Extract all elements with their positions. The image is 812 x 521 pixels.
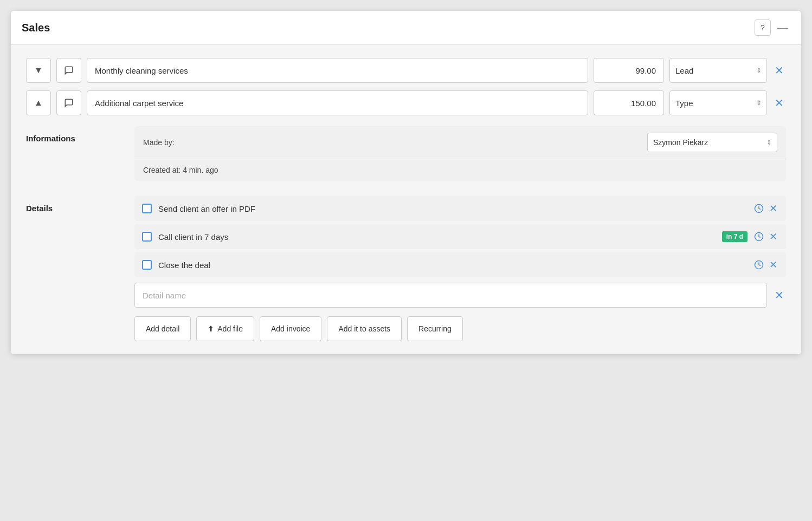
item-type-select-1[interactable]: Lead Type Offer Invoice — [669, 58, 767, 83]
detail-clock-button-3[interactable] — [753, 259, 765, 271]
delete-item-button-2[interactable]: ✕ — [772, 94, 786, 112]
made-by-label: Made by: — [143, 138, 647, 147]
comment-icon-1 — [64, 66, 74, 75]
item-type-select-2[interactable]: Lead Type Offer Invoice — [669, 90, 767, 115]
add-file-button[interactable]: ⬆ Add file — [196, 316, 254, 341]
window-title: Sales — [22, 22, 50, 34]
detail-text-3: Close the deal — [158, 260, 747, 270]
detail-name-row: ✕ — [134, 283, 786, 308]
made-by-select[interactable]: Szymon Piekarz — [647, 133, 777, 152]
detail-checkbox-3[interactable] — [142, 260, 152, 270]
detail-text-2: Call client in 7 days — [158, 232, 717, 242]
details-content: Send client an offer in PDF ✕ — [134, 196, 786, 341]
detail-text-1: Send client an offer in PDF — [158, 204, 747, 213]
created-at-row: Created at: 4 min. ago — [134, 159, 786, 181]
informations-label: Informations — [26, 126, 134, 181]
informations-content: Made by: Szymon Piekarz Created at: 4 mi… — [134, 126, 786, 181]
recurring-button[interactable]: Recurring — [407, 316, 463, 341]
item-row-1: ▼ Lead Type Offer Invoice ✕ — [26, 58, 786, 83]
upload-icon: ⬆ — [208, 324, 214, 333]
item-row-2: ▲ Lead Type Offer Invoice ✕ — [26, 90, 786, 115]
add-invoice-button[interactable]: Add invoice — [260, 316, 321, 341]
detail-item-2: Call client in 7 days in 7 d ✕ — [134, 224, 786, 249]
item-name-input-2[interactable] — [87, 90, 588, 115]
detail-name-input[interactable] — [134, 283, 767, 308]
help-button[interactable]: ? — [755, 19, 771, 36]
clock-icon-1 — [754, 204, 764, 213]
detail-actions-2: ✕ — [753, 231, 778, 243]
comment-button-1[interactable] — [56, 58, 81, 83]
detail-name-delete-button[interactable]: ✕ — [772, 286, 786, 304]
comment-button-2[interactable] — [56, 90, 81, 115]
item-price-input-1[interactable] — [594, 58, 664, 83]
clock-icon-3 — [754, 260, 764, 270]
details-label: Details — [26, 196, 134, 341]
made-by-row: Made by: Szymon Piekarz — [134, 126, 786, 159]
detail-item-3: Close the deal ✕ — [134, 252, 786, 277]
item-price-input-2[interactable] — [594, 90, 664, 115]
informations-section: Informations Made by: Szymon Piekarz Cre… — [26, 126, 786, 181]
collapse-button-2[interactable]: ▲ — [26, 90, 51, 115]
made-by-select-wrapper: Szymon Piekarz — [647, 133, 777, 152]
detail-delete-button-1[interactable]: ✕ — [768, 203, 778, 214]
add-detail-button[interactable]: Add detail — [134, 316, 191, 341]
detail-checkbox-2[interactable] — [142, 232, 152, 242]
comment-icon-2 — [64, 98, 74, 108]
sales-window: Sales ? — ▼ Lead Type Offer Invoice — [11, 11, 801, 354]
detail-clock-button-2[interactable] — [753, 231, 765, 243]
title-bar: Sales ? — — [11, 11, 801, 45]
detail-checkbox-1[interactable] — [142, 204, 152, 213]
detail-item-1: Send client an offer in PDF ✕ — [134, 196, 786, 221]
detail-actions-1: ✕ — [753, 203, 778, 214]
info-panel: Made by: Szymon Piekarz Created at: 4 mi… — [134, 126, 786, 181]
content-area: ▼ Lead Type Offer Invoice ✕ ▲ — [11, 45, 801, 354]
bottom-buttons: Add detail ⬆ Add file Add invoice Add it… — [134, 316, 786, 341]
delete-item-button-1[interactable]: ✕ — [772, 62, 786, 79]
minimize-button[interactable]: — — [775, 22, 790, 34]
detail-delete-button-3[interactable]: ✕ — [768, 259, 778, 271]
created-at-label: Created at: 4 min. ago — [143, 166, 218, 174]
item-type-wrapper-2: Lead Type Offer Invoice — [669, 90, 767, 115]
add-file-label: Add file — [217, 324, 243, 333]
collapse-button-1[interactable]: ▼ — [26, 58, 51, 83]
title-bar-actions: ? — — [755, 19, 790, 36]
item-type-wrapper-1: Lead Type Offer Invoice — [669, 58, 767, 83]
detail-clock-button-1[interactable] — [753, 203, 765, 214]
item-name-input-1[interactable] — [87, 58, 588, 83]
add-assets-button[interactable]: Add it to assets — [327, 316, 402, 341]
detail-actions-3: ✕ — [753, 259, 778, 271]
detail-delete-button-2[interactable]: ✕ — [768, 231, 778, 243]
clock-icon-2 — [754, 232, 764, 242]
detail-badge-2: in 7 d — [722, 231, 747, 242]
details-section: Details Send client an offer in PDF ✕ — [26, 196, 786, 341]
